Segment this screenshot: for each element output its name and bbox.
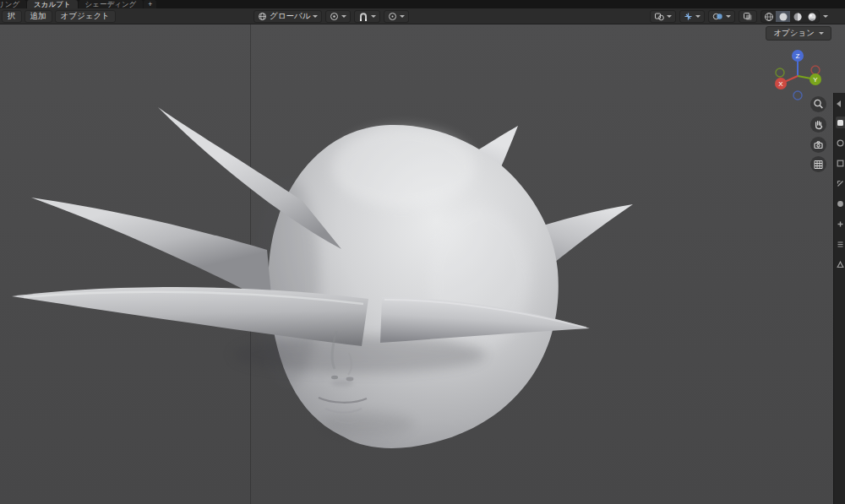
camera-view-button[interactable] <box>810 137 826 153</box>
overlays-dropdown[interactable] <box>708 10 735 23</box>
xray-toggle[interactable] <box>739 10 757 23</box>
pivot-point-dropdown[interactable] <box>325 10 351 23</box>
header-menus: 択 追加 オブジェクト <box>2 10 116 23</box>
proportional-edit-controls[interactable] <box>384 10 409 23</box>
properties-tab-icon-1[interactable] <box>836 117 845 128</box>
chevron-down-icon <box>726 15 731 18</box>
shading-solid-button[interactable] <box>776 11 790 22</box>
tab-modeling[interactable]: リング <box>0 0 26 8</box>
options-dropdown[interactable]: オプション <box>766 26 831 41</box>
chevron-down-icon <box>819 32 824 35</box>
svg-text:Y: Y <box>813 76 818 84</box>
chevron-down-icon <box>400 15 405 18</box>
add-menu[interactable]: 追加 <box>25 10 52 23</box>
orientation-label: グローバル <box>270 11 310 22</box>
object-types-icon <box>654 12 664 21</box>
pan-button[interactable] <box>810 117 826 133</box>
navigation-gizmo[interactable]: Z Y X <box>772 47 823 101</box>
viewport-header: 択 追加 オブジェクト グローバル <box>0 8 845 24</box>
proportional-circle-icon <box>388 12 397 21</box>
transform-orientation-dropdown[interactable]: グローバル <box>254 10 322 23</box>
properties-tab-icon-2[interactable] <box>836 137 845 149</box>
object-visibility-dropdown[interactable] <box>650 10 676 23</box>
shading-material-button[interactable] <box>790 11 804 22</box>
chevron-down-icon <box>667 15 672 18</box>
axis-y-positive: Y <box>810 73 821 85</box>
grid-axis-line <box>250 24 251 504</box>
tab-shading[interactable]: シェーディング <box>79 0 144 8</box>
shading-wireframe-button[interactable] <box>761 11 776 22</box>
shading-dropdown-chevron-icon[interactable] <box>823 15 828 18</box>
tab-sculpt[interactable]: スカルプト <box>27 0 78 8</box>
axis-y-negative <box>776 68 784 77</box>
zoom-button[interactable] <box>810 96 826 112</box>
shading-mode-group <box>760 10 820 23</box>
header-right-controls <box>650 10 828 23</box>
add-workspace-tab[interactable]: + <box>144 0 156 8</box>
workspace-tab-bar: リング スカルプト シェーディング + <box>0 0 845 8</box>
header-center-controls: グローバル <box>254 10 409 23</box>
properties-tab-icon-8[interactable] <box>836 258 845 270</box>
expand-panel-arrow-icon[interactable] <box>837 100 841 107</box>
properties-tab-strip <box>833 93 845 504</box>
options-label: オプション <box>773 28 815 39</box>
orientation-globe-icon <box>258 12 267 21</box>
axis-z-negative <box>793 91 802 100</box>
shading-rendered-button[interactable] <box>804 11 819 22</box>
chevron-down-icon <box>695 15 701 18</box>
chevron-down-icon <box>313 15 318 18</box>
object-menu[interactable]: オブジェクト <box>55 10 116 23</box>
snap-controls[interactable] <box>354 10 380 23</box>
chevron-down-icon <box>341 15 346 18</box>
properties-tab-icon-6[interactable] <box>836 218 845 230</box>
overlays-icon <box>712 12 723 21</box>
axis-z-positive: Z <box>792 50 804 62</box>
properties-tab-icon-5[interactable] <box>836 198 845 209</box>
magnet-icon <box>358 12 368 22</box>
projection-toggle-button[interactable] <box>810 156 826 172</box>
camera-icon <box>812 138 825 151</box>
magnifier-icon <box>812 98 825 111</box>
xray-icon <box>743 12 753 21</box>
viewport-3d[interactable] <box>0 24 845 504</box>
svg-text:Z: Z <box>796 52 800 60</box>
gizmo-arrows-icon <box>684 12 693 21</box>
properties-tab-icon-3[interactable] <box>836 157 845 169</box>
hand-icon <box>812 118 825 131</box>
chevron-down-icon <box>371 15 376 18</box>
properties-tab-icon-7[interactable] <box>836 238 845 250</box>
pivot-point-icon <box>330 12 339 21</box>
svg-text:X: X <box>778 80 783 88</box>
axis-x-negative <box>811 66 820 74</box>
grid-icon <box>812 158 825 171</box>
gizmos-dropdown[interactable] <box>679 10 705 23</box>
select-menu[interactable]: 択 <box>2 10 22 23</box>
blender-window: Z Y X リング スカルプト シェーディング + <box>0 0 845 504</box>
properties-tab-icon-4[interactable] <box>836 177 845 189</box>
axis-x-positive: X <box>775 78 787 89</box>
